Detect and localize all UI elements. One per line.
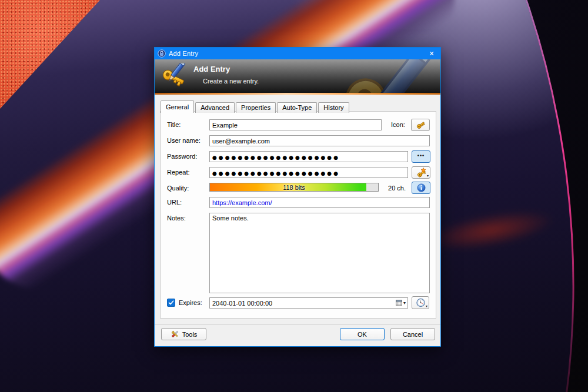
key-generator-icon [416,167,426,177]
repeat-label: Repeat: [167,169,190,176]
calendar-dropdown-button[interactable]: ▾ [395,299,407,307]
ok-button-label: OK [358,331,367,338]
dropdown-arrow-icon: ▾ [427,174,429,177]
quality-info-button[interactable] [412,182,430,194]
quality-chars-label: 20 ch. [369,185,406,192]
general-tab-page: Title: Icon: User name: Password: ••• Re… [160,111,436,319]
tab-properties[interactable]: Properties [236,102,276,113]
desktop: Add Entry × Add Entry Create a new entry… [0,0,588,392]
expires-label: Expires: [179,299,202,306]
notes-textarea[interactable]: Some notes. [209,213,430,293]
tab-strip: General Advanced Properties Auto-Type Hi… [161,100,350,113]
tools-button[interactable]: Tools [161,328,206,340]
key-icon [416,120,425,130]
url-label: URL: [167,199,182,206]
title-label: Title: [167,121,181,128]
ok-button[interactable]: OK [340,328,385,340]
quality-label: Quality: [167,185,189,192]
notes-label: Notes: [167,215,186,222]
dialog-banner: Add Entry Create a new entry. [155,59,440,93]
calendar-icon [396,300,402,306]
expiry-presets-button[interactable]: ▾ [412,296,429,309]
clock-icon [416,298,426,308]
generate-password-button[interactable]: ▾ [412,166,430,179]
key-pencil-icon [162,63,189,89]
tools-icon [171,330,179,339]
title-input[interactable] [209,119,382,130]
banner-subtitle: Create a new entry. [203,78,259,85]
footer-separator [155,324,440,325]
info-icon [417,183,426,192]
dropdown-arrow-icon: ▾ [403,301,406,306]
tab-advanced[interactable]: Advanced [195,102,235,113]
icon-picker-button[interactable] [411,119,430,131]
tab-history[interactable]: History [318,102,349,113]
quality-bits-label: 118 bits [210,183,378,191]
expires-checkbox[interactable] [167,299,175,307]
url-input[interactable] [209,197,430,208]
icon-label: Icon: [391,121,405,128]
repeat-input[interactable] [209,167,408,178]
cancel-button-label: Cancel [403,331,423,338]
show-password-button[interactable]: ••• [412,150,430,163]
close-icon[interactable]: × [423,48,440,59]
tab-general[interactable]: General [161,100,194,113]
keepass-lock-icon [158,49,166,58]
expires-date-field: ▾ [209,297,408,309]
add-entry-dialog: Add Entry × Add Entry Create a new entry… [154,47,441,347]
banner-title: Add Entry [193,65,230,73]
window-title: Add Entry [169,50,198,57]
check-icon [168,300,174,306]
banner-accent-strip [155,93,440,95]
expires-date-input[interactable] [209,297,408,309]
username-label: User name: [167,137,201,144]
dropdown-arrow-icon: ▾ [426,304,427,308]
tab-auto-type[interactable]: Auto-Type [277,102,317,113]
password-input[interactable] [209,151,408,162]
tools-button-label: Tools [182,331,198,338]
cancel-button[interactable]: Cancel [390,328,435,340]
quality-progress-bar: 118 bits [209,183,379,192]
dialog-titlebar[interactable]: Add Entry × [155,48,440,59]
three-dots-icon: ••• [417,153,425,160]
key-pencil-watermark-icon [342,59,440,93]
username-input[interactable] [209,135,430,146]
password-label: Password: [167,153,197,160]
